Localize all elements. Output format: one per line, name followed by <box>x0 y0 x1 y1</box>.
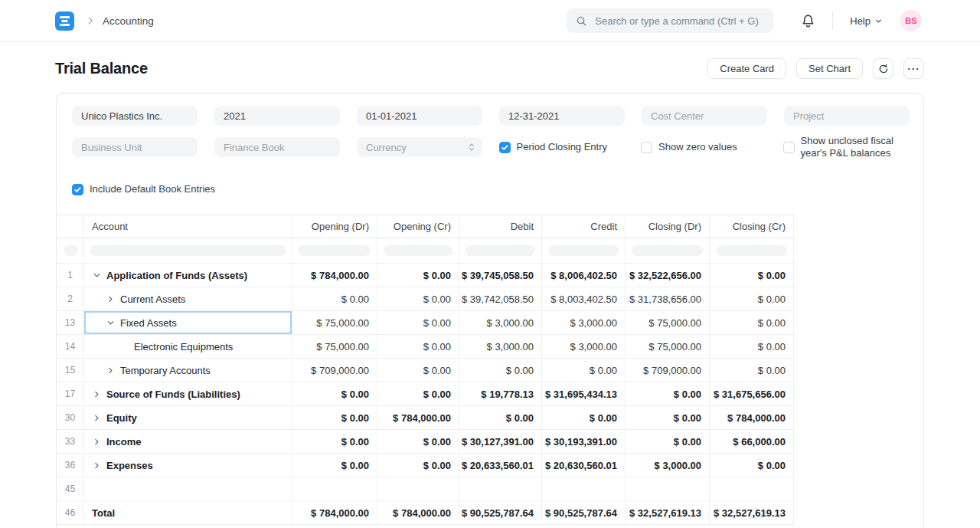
currency-select[interactable]: Currency <box>357 137 482 157</box>
value-cell[interactable]: $ 66,000.00 <box>710 430 794 453</box>
account-cell[interactable]: Current Assets <box>84 287 292 310</box>
chevron-down-icon[interactable] <box>92 271 101 280</box>
avatar[interactable]: BS <box>900 10 922 31</box>
value-cell[interactable]: $ 0.00 <box>710 454 794 477</box>
account-cell[interactable]: Equity <box>84 406 292 429</box>
value-cell[interactable]: $ 20,633,560.01 <box>459 454 542 477</box>
value-cell[interactable]: $ 0.00 <box>459 359 542 382</box>
value-cell[interactable]: $ 0.00 <box>710 359 794 382</box>
value-cell[interactable]: $ 0.00 <box>710 335 794 358</box>
column-filter-input[interactable] <box>548 245 619 256</box>
value-cell[interactable]: $ 0.00 <box>377 454 459 477</box>
value-cell[interactable]: $ 75,000.00 <box>626 335 710 358</box>
column-header[interactable]: Opening (Cr) <box>377 215 459 238</box>
value-cell[interactable]: $ 0.00 <box>626 430 710 453</box>
value-cell[interactable]: $ 0.00 <box>377 359 459 382</box>
column-header[interactable]: Closing (Dr) <box>626 215 710 238</box>
value-cell[interactable]: $ 3,000.00 <box>459 311 542 334</box>
global-search[interactable] <box>567 8 773 33</box>
to-date-filter[interactable] <box>499 106 625 126</box>
chevron-right-icon[interactable] <box>92 414 101 422</box>
chevron-right-icon[interactable] <box>92 461 101 470</box>
value-cell[interactable]: $ 75,000.00 <box>626 311 710 334</box>
value-cell[interactable]: $ 31,675,656.00 <box>710 382 794 405</box>
value-cell[interactable]: $ 0.00 <box>292 287 377 310</box>
account-cell[interactable] <box>84 477 292 500</box>
column-filter-input[interactable] <box>299 245 371 256</box>
value-cell[interactable]: $ 0.00 <box>377 382 459 405</box>
value-cell[interactable]: $ 0.00 <box>710 311 794 334</box>
value-cell[interactable]: $ 784,000.00 <box>292 501 377 524</box>
column-filter-input[interactable] <box>384 245 452 256</box>
value-cell[interactable]: $ 784,000.00 <box>292 264 377 287</box>
checkbox-show-zero-values[interactable]: Show zero values <box>641 141 766 153</box>
from-date-filter[interactable] <box>357 106 482 126</box>
value-cell[interactable]: $ 0.00 <box>292 382 377 405</box>
help-menu[interactable]: Help <box>850 15 882 27</box>
value-cell[interactable]: $ 75,000.00 <box>292 335 377 358</box>
create-card-button[interactable]: Create Card <box>707 58 786 79</box>
value-cell[interactable]: $ 784,000.00 <box>377 406 459 429</box>
project-filter[interactable] <box>784 106 910 126</box>
value-cell[interactable]: $ 0.00 <box>626 406 710 429</box>
breadcrumb[interactable]: Accounting <box>103 15 154 27</box>
account-cell[interactable]: Income <box>84 430 292 453</box>
value-cell[interactable]: $ 0.00 <box>377 264 459 287</box>
value-cell[interactable]: $ 8,003,402.50 <box>542 287 626 310</box>
account-cell[interactable]: Electronic Equipments <box>84 335 292 358</box>
column-header[interactable]: Credit <box>542 215 626 238</box>
value-cell[interactable]: $ 0.00 <box>377 335 459 358</box>
value-cell[interactable]: $ 30,193,391.00 <box>542 430 626 453</box>
cost-center-filter[interactable] <box>642 106 767 126</box>
chevron-right-icon[interactable] <box>106 295 115 303</box>
refresh-button[interactable] <box>873 58 893 79</box>
checkbox-period-closing-entry[interactable]: Period Closing Entry <box>499 141 624 153</box>
value-cell[interactable]: $ 20,630,560.01 <box>542 454 626 477</box>
value-cell[interactable]: $ 0.00 <box>459 406 542 429</box>
checkbox-include-default-book-entries[interactable]: Include Default Book Entries <box>72 183 923 195</box>
value-cell[interactable]: $ 31,695,434.13 <box>542 382 626 405</box>
column-filter-input[interactable] <box>64 245 77 256</box>
value-cell[interactable]: $ 0.00 <box>626 382 710 405</box>
finance-book-filter[interactable] <box>214 137 340 157</box>
value-cell[interactable]: $ 0.00 <box>542 359 626 382</box>
value-cell[interactable]: $ 75,000.00 <box>292 311 377 334</box>
value-cell[interactable]: $ 784,000.00 <box>377 501 459 524</box>
value-cell[interactable]: $ 3,000.00 <box>542 335 626 358</box>
account-cell[interactable]: Total <box>84 501 292 524</box>
account-cell[interactable]: Expenses <box>84 454 292 477</box>
value-cell[interactable]: $ 32,522,656.00 <box>626 264 710 287</box>
set-chart-button[interactable]: Set Chart <box>796 58 863 79</box>
value-cell[interactable]: $ 0.00 <box>292 406 377 429</box>
value-cell[interactable]: $ 3,000.00 <box>626 454 710 477</box>
value-cell[interactable]: $ 8,006,402.50 <box>542 264 626 287</box>
checkbox-show-unclosed-pl[interactable]: Show unclosed fiscal year's P&L balances <box>783 135 908 159</box>
company-filter[interactable] <box>72 106 198 126</box>
value-cell[interactable]: $ 32,527,619.13 <box>626 501 710 524</box>
value-cell[interactable]: $ 0.00 <box>710 287 794 310</box>
value-cell[interactable]: $ 90,525,787.64 <box>459 501 542 524</box>
column-header[interactable]: Closing (Cr) <box>710 215 794 238</box>
value-cell[interactable]: $ 3,000.00 <box>542 311 626 334</box>
app-logo-icon[interactable] <box>55 11 74 31</box>
account-cell[interactable]: Source of Funds (Liabilities) <box>84 382 292 405</box>
chevron-right-icon[interactable] <box>92 390 101 398</box>
chevron-right-icon[interactable] <box>106 366 115 375</box>
value-cell[interactable]: $ 0.00 <box>377 311 459 334</box>
column-header[interactable]: Opening (Dr) <box>292 215 377 238</box>
business-unit-filter[interactable] <box>72 137 198 157</box>
chevron-down-icon[interactable] <box>106 319 115 327</box>
search-input[interactable] <box>593 15 764 28</box>
value-cell[interactable]: $ 19,778.13 <box>459 382 542 405</box>
notifications-bell-icon[interactable] <box>801 14 815 28</box>
value-cell[interactable] <box>292 477 377 500</box>
value-cell[interactable]: $ 39,745,058.50 <box>459 264 542 287</box>
menu-ellipsis-button[interactable]: ··· <box>903 58 924 79</box>
value-cell[interactable]: $ 0.00 <box>377 430 459 453</box>
column-filter-input[interactable] <box>90 245 286 256</box>
value-cell[interactable]: $ 784,000.00 <box>710 406 794 429</box>
value-cell[interactable]: $ 31,738,656.00 <box>626 287 710 310</box>
account-cell[interactable]: Temporary Accounts <box>84 359 292 382</box>
value-cell[interactable]: $ 0.00 <box>542 406 626 429</box>
column-header[interactable]: Debit <box>459 215 542 238</box>
